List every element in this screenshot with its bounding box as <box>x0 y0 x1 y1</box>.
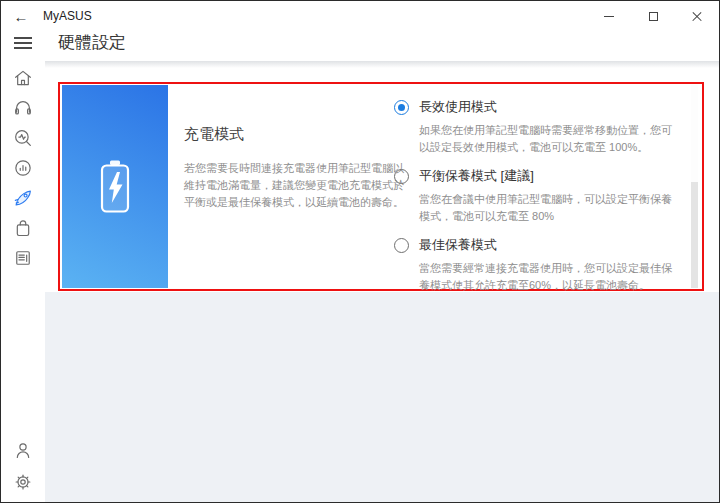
sidebar-item-home[interactable] <box>12 67 34 89</box>
titlebar: ← MyASUS <box>1 1 719 31</box>
hardware-settings-rocket-icon <box>12 187 34 209</box>
charging-mode-card-wrap: 充電模式 若您需要長時間連接充電器使用筆記型電腦以維持電池滿電量，建議您變更電池… <box>58 82 704 291</box>
back-button[interactable]: ← <box>7 3 35 29</box>
user-icon <box>12 439 34 461</box>
option-description: 當您在會議中使用筆記型電腦時，可以設定平衡保養模式，電池可以充電至 80% <box>419 191 680 225</box>
menu-button[interactable] <box>14 37 32 49</box>
store-icon <box>12 217 34 239</box>
battery-charging-icon <box>98 159 132 215</box>
close-button[interactable] <box>675 1 719 31</box>
option-description: 如果您在使用筆記型電腦時需要經常移動位置，您可以設定長效使用模式，電池可以充電至… <box>419 122 680 156</box>
sidebar-item-system-diagnosis[interactable] <box>12 127 34 149</box>
radio-balanced[interactable] <box>394 169 409 184</box>
news-icon <box>12 247 34 269</box>
battery-illustration <box>62 85 168 288</box>
sidebar-item-settings[interactable] <box>12 471 34 493</box>
option-balanced[interactable]: 平衡保養模式 [建議] 當您在會議中使用筆記型電腦時，可以設定平衡保養模式，電池… <box>394 167 680 225</box>
sidebar-item-hardware-settings[interactable] <box>12 187 34 209</box>
close-icon <box>691 10 703 22</box>
radio-maximum-lifespan[interactable] <box>394 238 409 253</box>
myasus-window: ← MyASUS 硬體設定 <box>0 0 720 503</box>
section-description: 若您需要長時間連接充電器使用筆記型電腦以維持電池滿電量，建議您變更電池充電模式於… <box>184 160 406 211</box>
page-title: 硬體設定 <box>58 31 126 54</box>
sidebar-item-store[interactable] <box>12 217 34 239</box>
back-arrow-icon: ← <box>14 8 29 25</box>
maximize-icon <box>649 12 658 21</box>
option-label: 平衡保養模式 [建議] <box>419 167 534 185</box>
radio-long-lasting[interactable] <box>394 100 409 115</box>
option-label: 最佳保養模式 <box>419 236 497 254</box>
section-info: 充電模式 若您需要長時間連接充電器使用筆記型電腦以維持電池滿電量，建議您變更電池… <box>184 125 406 211</box>
sidebar-item-customer-support[interactable] <box>12 97 34 119</box>
charging-mode-card: 充電模式 若您需要長時間連接充電器使用筆記型電腦以維持電池滿電量，建議您變更電池… <box>62 85 700 288</box>
system-diagnosis-icon <box>12 127 34 149</box>
option-label: 長效使用模式 <box>419 98 497 116</box>
sidebar <box>1 61 45 502</box>
content-area: 充電模式 若您需要長時間連接充電器使用筆記型電腦以維持電池滿電量，建議您變更電池… <box>45 61 719 502</box>
sidebar-item-performance[interactable] <box>12 157 34 179</box>
option-description: 當您需要經常連接充電器使用時，您可以設定最佳保養模式使其允許充電至60%，以延長… <box>419 260 680 294</box>
sidebar-item-user-account[interactable] <box>12 439 34 461</box>
maximize-button[interactable] <box>631 1 675 31</box>
section-title: 充電模式 <box>184 125 406 144</box>
app-title: MyASUS <box>43 9 92 23</box>
option-maximum-lifespan[interactable]: 最佳保養模式 當您需要經常連接充電器使用時，您可以設定最佳保養模式使其允許充電至… <box>394 236 680 294</box>
home-icon <box>12 67 34 89</box>
performance-icon <box>12 157 34 179</box>
card-scrollbar-track[interactable] <box>691 85 698 288</box>
charging-mode-options: 長效使用模式 如果您在使用筆記型電腦時需要經常移動位置，您可以設定長效使用模式，… <box>394 98 680 305</box>
customer-support-icon <box>12 97 34 119</box>
minimize-icon <box>604 16 614 17</box>
sidebar-item-news[interactable] <box>12 247 34 269</box>
card-scrollbar-thumb[interactable] <box>691 85 698 182</box>
settings-gear-icon <box>12 471 34 493</box>
option-long-lasting[interactable]: 長效使用模式 如果您在使用筆記型電腦時需要經常移動位置，您可以設定長效使用模式，… <box>394 98 680 156</box>
minimize-button[interactable] <box>587 1 631 31</box>
window-controls <box>587 1 719 31</box>
